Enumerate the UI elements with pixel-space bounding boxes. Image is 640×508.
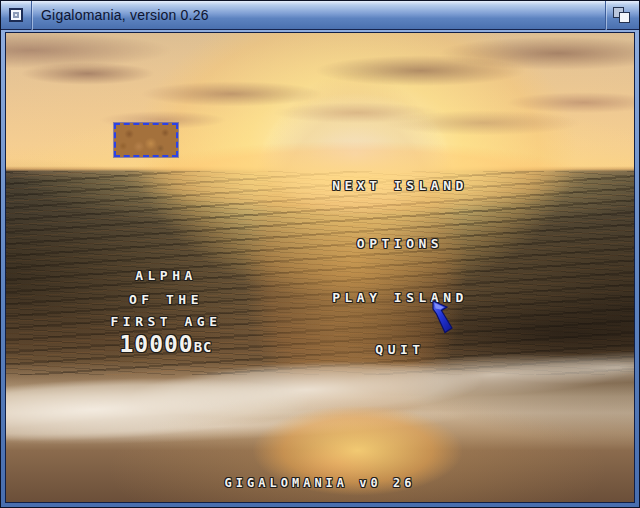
island-map-preview[interactable] xyxy=(114,123,178,157)
app-window: Gigalomania, version 0.26 ALPHA OF THE F… xyxy=(0,0,640,508)
footer-version-text: GIGALOMANIA v0 26 xyxy=(6,476,634,490)
titlebar[interactable]: Gigalomania, version 0.26 xyxy=(1,1,639,30)
epoch-year-value: 10000 xyxy=(119,331,193,357)
epoch-line-1: ALPHA xyxy=(46,269,286,283)
menu-item-quit[interactable]: QUIT xyxy=(250,343,550,357)
epoch-era: BC xyxy=(194,339,213,355)
game-cursor-icon xyxy=(430,299,466,339)
sand-sun-reflection xyxy=(6,33,634,502)
menu-item-next-island[interactable]: NEXT ISLAND xyxy=(250,179,550,193)
menu-item-play-island[interactable]: PLAY ISLAND xyxy=(250,291,550,305)
close-button[interactable] xyxy=(1,1,31,30)
window-title: Gigalomania, version 0.26 xyxy=(32,7,605,23)
window-frame: ALPHA OF THE FIRST AGE 10000BC NEXT ISLA… xyxy=(1,30,639,507)
depth-icon xyxy=(613,7,632,24)
depth-button[interactable] xyxy=(606,1,639,30)
game-screen: ALPHA OF THE FIRST AGE 10000BC NEXT ISLA… xyxy=(5,32,635,503)
close-icon xyxy=(9,8,23,22)
menu-item-options[interactable]: OPTIONS xyxy=(250,237,550,251)
epoch-line-3: FIRST AGE xyxy=(46,315,286,329)
